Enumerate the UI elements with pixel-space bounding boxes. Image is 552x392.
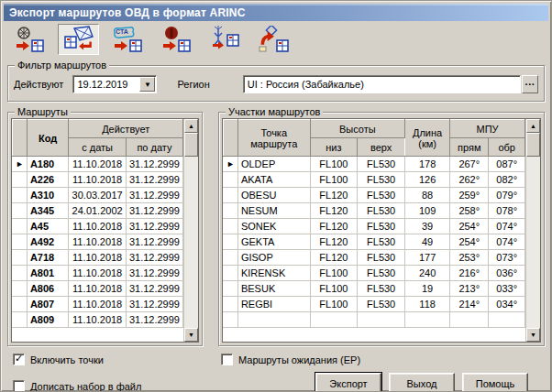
segment-length-cell: 19 <box>405 281 450 297</box>
segments-col-mpu[interactable]: МПУ <box>450 120 525 138</box>
include-points-label: Включить точки <box>30 354 104 365</box>
empty-cell <box>450 312 489 328</box>
segment-row[interactable]: ► OLDEP FL100 FL530 178 267° 087° <box>224 157 525 172</box>
arrow-down-icon: ▼ <box>188 332 194 338</box>
row-indicator: ► <box>224 234 238 250</box>
toolbar-button-export-aerodromes[interactable] <box>9 24 50 55</box>
scroll-thumb[interactable] <box>526 133 540 157</box>
route-row[interactable]: ► A718 11.10.2018 31.12.2999 <box>13 250 183 266</box>
segment-point-cell: BESUK <box>237 281 310 297</box>
route-to-cell: 31.12.2999 <box>126 172 182 188</box>
route-row[interactable]: ► A345 24.01.2002 31.12.2999 <box>13 203 183 219</box>
route-row[interactable]: ► A809 11.10.2018 31.12.2999 <box>13 312 183 328</box>
scroll-down-button[interactable]: ▼ <box>526 328 540 342</box>
date-dropdown-button[interactable]: ▼ <box>139 77 155 92</box>
segments-col-high[interactable]: верх <box>358 138 405 157</box>
segments-col-fwd[interactable]: прям <box>450 138 489 157</box>
route-row[interactable]: ► A806 11.10.2018 31.12.2999 <box>13 281 183 297</box>
route-row[interactable]: ► A310 30.03.2017 31.12.2999 <box>13 188 183 203</box>
segment-row[interactable]: ► REGBI FL100 FL530 118 214° 034° <box>224 297 525 312</box>
segment-point-cell: KIRENSK <box>237 266 310 281</box>
include-points-checkbox[interactable]: Включить точки <box>13 354 104 365</box>
route-row[interactable]: ► A180 11.10.2018 31.12.2999 <box>13 157 183 172</box>
segments-col-rev[interactable]: обр <box>489 138 525 157</box>
toolbar-button-export-restricted-zones[interactable] <box>155 24 196 55</box>
segment-length-cell: 178 <box>405 157 450 172</box>
exit-button[interactable]: Выход <box>389 373 455 392</box>
segment-row[interactable]: ► SONEK FL120 FL530 39 254° 074° <box>224 219 525 234</box>
segment-low-cell: FL100 <box>310 266 358 281</box>
effective-date-value: 19.12.2019 <box>77 79 127 90</box>
row-indicator: ► <box>224 157 238 172</box>
toolbar-button-export-cta-airspace[interactable]: CTA <box>106 24 148 55</box>
segments-col-point[interactable]: Точка маршрута <box>237 120 310 157</box>
segment-rev-cell: 078° <box>489 203 525 219</box>
row-indicator: ► <box>224 281 238 297</box>
segment-fwd-cell: 253° <box>450 250 489 266</box>
scroll-track[interactable] <box>526 157 540 328</box>
segment-row[interactable]: ► GISOP FL120 FL530 177 253° 073° <box>224 250 525 266</box>
holding-routes-checkbox[interactable]: Маршруты ожидания (EP) <box>221 354 360 365</box>
arrow-up-icon: ▲ <box>188 123 194 129</box>
checkbox-box[interactable] <box>13 380 25 392</box>
route-row[interactable]: ► A45 11.10.2018 31.12.2999 <box>13 219 183 234</box>
segment-high-cell: FL530 <box>358 297 405 312</box>
toolbar-button-export-waypoints[interactable] <box>252 24 293 55</box>
routes-col-from[interactable]: с даты <box>69 138 127 157</box>
route-to-cell: 31.12.2999 <box>126 250 182 266</box>
segments-col-heights[interactable]: Высоты <box>310 120 405 138</box>
route-to-cell: 31.12.2999 <box>126 234 182 250</box>
toolbar-button-export-routes[interactable] <box>58 24 99 55</box>
route-from-cell: 11.10.2018 <box>69 266 127 281</box>
routes-col-effective[interactable]: Действует <box>69 120 183 138</box>
export-button[interactable]: Экспорт <box>315 373 381 392</box>
scroll-down-button[interactable]: ▼ <box>184 328 198 342</box>
scroll-up-button[interactable]: ▲ <box>184 119 198 133</box>
routes-indicator-header <box>13 120 28 157</box>
route-from-cell: 11.10.2018 <box>69 281 127 297</box>
segment-point-cell: AKATA <box>237 172 310 188</box>
checkbox-box[interactable] <box>13 354 25 365</box>
segment-row[interactable]: ► GEKTA FL120 FL530 49 254° 074° <box>224 234 525 250</box>
checkbox-box[interactable] <box>221 354 233 365</box>
segments-scrollbar[interactable]: ▲ ▼ <box>525 119 540 342</box>
route-row[interactable]: ► A801 11.10.2018 31.12.2999 <box>13 266 183 281</box>
row-indicator: ► <box>224 250 238 266</box>
title-bar[interactable]: Экспорт маршрутов ОВД в формат ARINC <box>4 4 548 21</box>
route-row[interactable]: ► A492 11.10.2018 31.12.2999 <box>13 234 183 250</box>
route-row[interactable]: ► A226 11.10.2018 31.12.2999 <box>13 172 183 188</box>
route-row[interactable]: ► A807 11.10.2018 31.12.2999 <box>13 297 183 312</box>
scroll-up-button[interactable]: ▲ <box>526 119 540 133</box>
route-to-cell: 31.12.2999 <box>126 203 182 219</box>
effective-date-combobox[interactable]: 19.12.2019 ▼ <box>72 75 157 93</box>
segment-row[interactable]: ► OBESU FL120 FL530 88 259° 079° <box>224 188 525 203</box>
row-indicator: ► <box>224 219 238 234</box>
row-indicator: ► <box>13 157 28 172</box>
scroll-track[interactable] <box>184 157 198 328</box>
segment-row[interactable]: ► AKATA FL100 FL530 126 262° 082° <box>224 172 525 188</box>
help-button[interactable]: Помощь <box>462 373 528 392</box>
toolbar-button-export-navaids[interactable] <box>204 24 245 55</box>
scroll-thumb[interactable] <box>184 133 198 157</box>
segment-rev-cell: 082° <box>489 172 525 188</box>
segments-col-length[interactable]: Длина (км) <box>405 120 450 157</box>
route-code-cell: A345 <box>27 203 68 219</box>
routes-col-to[interactable]: по дату <box>126 138 182 157</box>
route-to-cell: 31.12.2999 <box>126 281 182 297</box>
segment-low-cell: FL100 <box>310 172 358 188</box>
segment-high-cell: FL530 <box>358 266 405 281</box>
routes-col-code[interactable]: Код <box>27 120 68 157</box>
region-field[interactable]: UI : Россия (Забайкалье) <box>243 75 521 93</box>
segment-row[interactable]: ► NESUM FL120 FL530 109 258° 078° <box>224 203 525 219</box>
row-indicator: ► <box>13 234 28 250</box>
append-to-file-checkbox[interactable]: Дописать набор в файл <box>13 380 141 392</box>
segment-point-cell: REGBI <box>237 297 310 312</box>
region-browse-button[interactable]: ··· <box>522 75 538 93</box>
segments-col-low[interactable]: низ <box>310 138 358 157</box>
segment-row[interactable]: ► KIRENSK FL100 FL530 240 216° 036° <box>224 266 525 281</box>
segment-low-cell: FL120 <box>310 203 358 219</box>
route-from-cell: 11.10.2018 <box>69 250 127 266</box>
segment-length-cell: 49 <box>405 234 450 250</box>
routes-scrollbar[interactable]: ▲ ▼ <box>183 119 198 342</box>
segment-row[interactable]: ► BESUK FL100 FL530 19 213° 033° <box>224 281 525 297</box>
